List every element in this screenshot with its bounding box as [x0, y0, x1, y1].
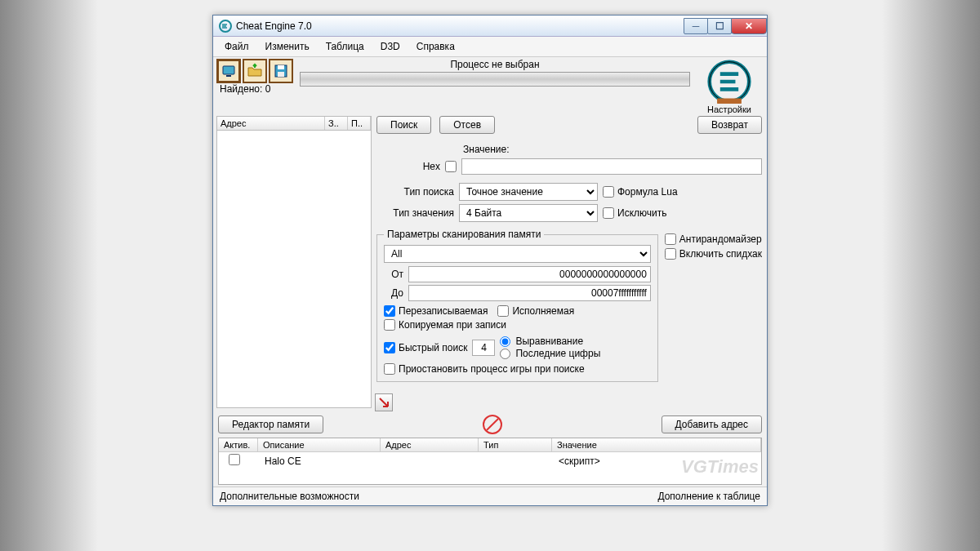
exclude-checkbox[interactable] — [603, 207, 614, 219]
found-label: Найдено: — [220, 83, 262, 95]
writable-checkbox[interactable] — [384, 305, 395, 317]
alignment-input[interactable] — [472, 340, 495, 356]
first-scan-button[interactable]: Поиск — [376, 116, 431, 134]
writable-label: Перезаписываемая — [399, 305, 488, 317]
forbidden-icon[interactable] — [483, 415, 502, 434]
scan-options-group: Параметры сканирования памяти All От До … — [376, 229, 658, 382]
lua-label: Формула Lua — [617, 186, 678, 198]
col-desc[interactable]: Описание — [258, 438, 381, 451]
antirand-label: Антирандомайзер — [679, 233, 762, 245]
hex-checkbox[interactable] — [445, 161, 457, 172]
footer: Дополнительные возможности Дополнение к … — [213, 487, 767, 505]
value-label: Значение: — [463, 144, 510, 155]
minimize-button[interactable]: ─ — [684, 18, 708, 34]
from-label: От — [384, 269, 403, 280]
memory-view-button[interactable]: Редактор памяти — [218, 415, 323, 433]
executable-label: Исполняемая — [512, 305, 574, 317]
antirand-checkbox[interactable] — [665, 233, 676, 245]
process-status: Процесс не выбран — [296, 59, 693, 70]
col-active[interactable]: Актив. — [219, 438, 258, 451]
progress-bar — [300, 72, 690, 87]
next-scan-button[interactable]: Отсев — [439, 116, 495, 134]
speedhack-label: Включить спидхак — [679, 248, 762, 260]
row-active-checkbox[interactable] — [229, 454, 240, 465]
titlebar[interactable]: Cheat Engine 7.0 ─ ☐ ✕ — [213, 16, 767, 37]
scan-options-legend: Параметры сканирования памяти — [384, 229, 544, 240]
menubar: Файл Изменить Таблица D3D Справка — [213, 37, 767, 57]
last-digits-label: Последние цифры — [515, 348, 600, 359]
pause-game-label: Приостановить процесс игры при поиске — [399, 363, 585, 375]
col-type[interactable]: Тип — [479, 438, 552, 451]
settings-link[interactable]: Настройки — [707, 104, 751, 114]
alignment-radio[interactable] — [500, 336, 510, 347]
executable-checkbox[interactable] — [497, 305, 509, 317]
range-to-input[interactable] — [408, 285, 651, 301]
results-list[interactable] — [216, 131, 372, 408]
cow-label: Копируемая при записи — [399, 319, 506, 331]
lua-checkbox[interactable] — [603, 186, 614, 198]
row-value[interactable]: <скрипт> — [554, 455, 756, 467]
app-window: Cheat Engine 7.0 ─ ☐ ✕ Файл Изменить Таб… — [212, 15, 768, 506]
fast-scan-label: Быстрый поиск — [399, 342, 467, 353]
mem-region-select[interactable]: All — [384, 245, 651, 263]
save-button[interactable] — [269, 59, 293, 83]
table-row[interactable]: Halo CE <скрипт> — [219, 452, 761, 469]
col-s[interactable]: З.. — [325, 117, 348, 130]
results-header: Адрес З.. П.. — [216, 116, 372, 131]
col-addr[interactable]: Адрес — [381, 438, 479, 451]
to-label: До — [384, 287, 403, 299]
menu-table[interactable]: Таблица — [319, 39, 371, 54]
row-description[interactable]: Halo CE — [260, 455, 382, 467]
svg-rect-8 — [717, 99, 742, 104]
svg-rect-5 — [278, 72, 284, 77]
found-count: 0 — [265, 83, 271, 95]
fast-scan-checkbox[interactable] — [384, 342, 395, 353]
close-button[interactable]: ✕ — [731, 18, 767, 34]
range-from-input[interactable] — [408, 266, 651, 282]
svg-rect-2 — [226, 75, 231, 77]
cow-checkbox[interactable] — [384, 319, 395, 331]
col-address[interactable]: Адрес — [217, 117, 325, 130]
menu-help[interactable]: Справка — [410, 39, 461, 54]
menu-file[interactable]: Файл — [218, 39, 256, 54]
app-icon — [218, 19, 233, 33]
window-title: Cheat Engine 7.0 — [236, 20, 684, 32]
pause-game-checkbox[interactable] — [384, 363, 395, 375]
select-process-button[interactable] — [216, 59, 241, 83]
speedhack-checkbox[interactable] — [665, 248, 676, 260]
alignment-label: Выравнивание — [515, 335, 583, 347]
col-p[interactable]: П.. — [348, 117, 371, 130]
add-address-button[interactable]: Добавить адрес — [662, 415, 762, 433]
logo-area: Настройки — [697, 59, 762, 114]
found-row: Найдено: 0 — [216, 83, 293, 96]
value-type-label: Тип значения — [376, 207, 454, 219]
hex-label: Hex — [376, 161, 440, 172]
value-type-select[interactable]: 4 Байта — [459, 204, 598, 222]
maximize-button[interactable]: ☐ — [707, 18, 732, 34]
col-value[interactable]: Значение — [552, 438, 761, 451]
footer-left-link[interactable]: Дополнительные возможности — [220, 491, 359, 502]
app-logo-icon[interactable] — [706, 59, 752, 104]
menu-edit[interactable]: Изменить — [259, 39, 316, 54]
search-type-label: Тип поиска — [376, 186, 454, 198]
address-table: Актив. Описание Адрес Тип Значение Halo … — [218, 438, 762, 485]
menu-d3d[interactable]: D3D — [374, 39, 407, 54]
open-button[interactable] — [243, 59, 267, 83]
value-input[interactable] — [461, 158, 762, 175]
add-to-list-button[interactable] — [375, 393, 393, 411]
window-controls: ─ ☐ ✕ — [684, 18, 767, 34]
exclude-label: Исключить — [617, 207, 666, 219]
svg-rect-1 — [223, 66, 234, 74]
undo-scan-button[interactable]: Возврат — [697, 116, 762, 134]
last-digits-radio[interactable] — [500, 349, 510, 359]
scan-type-select[interactable]: Точное значение — [459, 183, 598, 201]
svg-rect-4 — [278, 65, 284, 69]
footer-right-link[interactable]: Дополнение к таблице — [657, 491, 760, 502]
